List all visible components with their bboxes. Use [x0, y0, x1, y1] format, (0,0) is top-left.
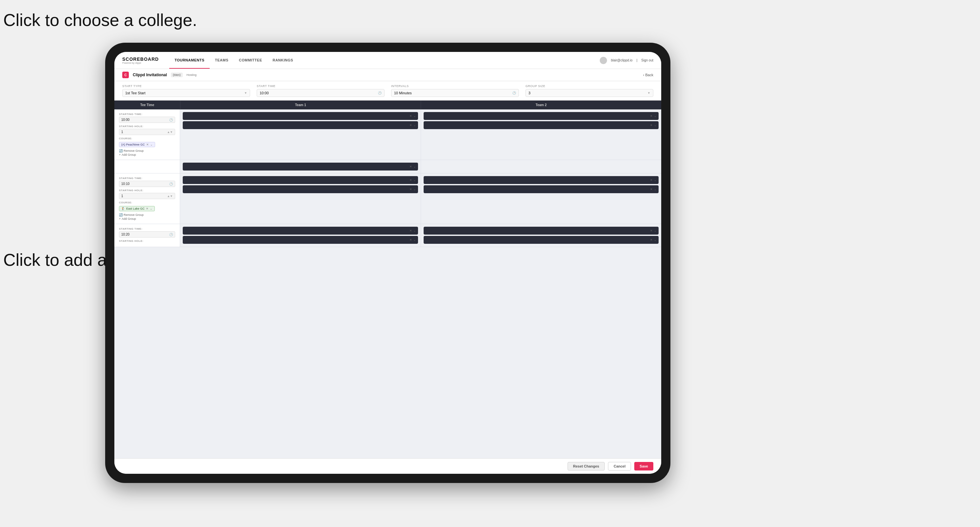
- nav-tab-committee[interactable]: COMMITTEE: [234, 52, 267, 69]
- player-slot[interactable]: ✕ ⌄: [424, 227, 659, 235]
- nav-tab-teams[interactable]: TEAMS: [210, 52, 234, 69]
- add-group-2[interactable]: + Add Group: [119, 217, 175, 221]
- content-area: Tee Time Team 1 Team 2 STARTING TIME: 10…: [115, 100, 661, 458]
- cancel-button[interactable]: Cancel: [608, 462, 631, 470]
- slot-arrow: ⌄: [414, 114, 416, 117]
- player-slot[interactable]: ✕ ⌄: [183, 163, 418, 170]
- tournament-icon: C: [122, 71, 129, 78]
- remove-group-1[interactable]: 🔄 Remove Group: [119, 149, 175, 152]
- start-type-select[interactable]: 1st Tee Start ▼: [122, 89, 250, 97]
- starting-hole-input-2[interactable]: 1 ▲▼: [119, 193, 175, 199]
- group-size-label: Group Size: [525, 84, 653, 88]
- save-button[interactable]: Save: [634, 462, 653, 470]
- group-size-group: Group Size 3 ▼: [525, 84, 653, 97]
- intervals-group: Intervals 10 Minutes 🕐: [391, 84, 519, 97]
- table-row: STARTING TIME: 10:10 🕐 STARTING HOLE: 1 …: [115, 173, 661, 224]
- course-row-1: ✕ ⌄: [115, 160, 661, 173]
- add-group-1[interactable]: + Add Group: [119, 153, 175, 156]
- slot-x[interactable]: ✕: [650, 178, 653, 182]
- starting-time-input-2[interactable]: 10:10 🕐: [119, 181, 175, 187]
- back-button[interactable]: ‹ Back: [643, 73, 653, 77]
- player-slot[interactable]: ✕ ⌄: [183, 112, 418, 120]
- group-size-select[interactable]: 3 ▼: [525, 89, 653, 97]
- sign-out-link[interactable]: Sign out: [641, 59, 653, 62]
- header-right: blair@clippd.io | Sign out: [600, 57, 653, 64]
- course-tag-2[interactable]: 🏌️ East Lake GC ✕ ⌄: [119, 206, 155, 211]
- player-slot[interactable]: ✕ ⌄: [183, 236, 418, 244]
- slot-arrow: ⌄: [654, 114, 657, 117]
- starting-time-label-2: STARTING TIME:: [119, 177, 175, 180]
- player-slot[interactable]: ✕ ⌄: [183, 227, 418, 235]
- starting-time-label-3: STARTING TIME:: [119, 227, 175, 230]
- player-slot[interactable]: ✕ ⌄: [424, 185, 659, 193]
- group-teams-2: ✕ ⌄ ✕ ⌄ ✕ ⌄: [180, 173, 661, 224]
- nav-tab-rankings[interactable]: RANKINGS: [267, 52, 298, 69]
- form-row: Start Type 1st Tee Start ▼ Start Time 10…: [115, 81, 661, 100]
- slot-x[interactable]: ✕: [650, 124, 653, 127]
- team2-cell-2: ✕ ⌄ ✕ ⌄: [421, 173, 662, 224]
- slot-x[interactable]: ✕: [650, 238, 653, 241]
- slot-x[interactable]: ✕: [409, 114, 412, 117]
- starting-hole-label-3: STARTING HOLE:: [119, 240, 175, 243]
- table-row: STARTING TIME: 10:20 🕐 STARTING HOLE: ✕ …: [115, 224, 661, 247]
- group-size-arrow: ▼: [648, 91, 651, 95]
- start-type-group: Start Type 1st Tee Start ▼: [122, 84, 250, 97]
- slot-x[interactable]: ✕: [409, 238, 412, 241]
- slot-arrow: ⌄: [654, 124, 657, 127]
- app-header: SCOREBOARD Powered by clippd TOURNAMENTS…: [115, 52, 661, 69]
- team1-cell-3: ✕ ⌄ ✕ ⌄: [180, 224, 421, 247]
- intervals-select[interactable]: 10 Minutes 🕐: [391, 89, 519, 97]
- slot-arrow: ⌄: [414, 124, 416, 127]
- time-icon: 🕐: [378, 91, 382, 95]
- col-tee-time: Tee Time: [115, 100, 180, 110]
- reset-changes-button[interactable]: Reset Changes: [568, 462, 605, 470]
- group-left-1: STARTING TIME: 10:00 🕐 STARTING HOLE: 1 …: [115, 110, 180, 160]
- annotation-choose-college: Click to choose a college.: [3, 10, 197, 30]
- starting-hole-input-1[interactable]: 1 ▲▼: [119, 129, 175, 135]
- player-slot[interactable]: ✕ ⌄: [424, 176, 659, 184]
- player-slot[interactable]: ✕ ⌄: [424, 121, 659, 129]
- col-team1: Team 1: [180, 100, 421, 110]
- col-team2: Team 2: [421, 100, 661, 110]
- intervals-icon: 🕐: [512, 91, 516, 95]
- remove-group-2[interactable]: 🔄 Remove Group: [119, 213, 175, 216]
- course-team1-cell: ✕ ⌄: [180, 160, 421, 173]
- slot-x[interactable]: ✕: [409, 165, 412, 168]
- player-slot[interactable]: ✕ ⌄: [183, 176, 418, 184]
- group-left-3: STARTING TIME: 10:20 🕐 STARTING HOLE:: [115, 224, 180, 247]
- slot-x[interactable]: ✕: [409, 178, 412, 182]
- nav-tab-tournaments[interactable]: TOURNAMENTS: [169, 52, 210, 69]
- team2-cell-1: ✕ ⌄ ✕ ⌄: [421, 110, 662, 160]
- table-row: STARTING TIME: 10:00 🕐 STARTING HOLE: 1 …: [115, 110, 661, 160]
- slot-x[interactable]: ✕: [409, 124, 412, 127]
- slot-x[interactable]: ✕: [409, 187, 412, 191]
- player-slot[interactable]: ✕ ⌄: [424, 236, 659, 244]
- group-teams-1: ✕ ⌄ ✕ ⌄ ✕ ⌄: [180, 110, 661, 160]
- slot-x[interactable]: ✕: [650, 187, 653, 191]
- course-arrow-1: ⌄: [150, 143, 153, 146]
- player-slot[interactable]: ✕ ⌄: [183, 185, 418, 193]
- starting-time-label-1: STARTING TIME:: [119, 113, 175, 116]
- table-header: Tee Time Team 1 Team 2: [115, 100, 661, 110]
- player-slot[interactable]: ✕ ⌄: [183, 121, 418, 129]
- start-time-input[interactable]: 10:00 🕐: [257, 89, 385, 97]
- starting-hole-label-2: STARTING HOLE:: [119, 189, 175, 192]
- starting-time-input-1[interactable]: 10:00 🕐: [119, 117, 175, 123]
- course-tag-1[interactable]: (A) Peachtree GC ✕ ⌄: [119, 142, 155, 147]
- remove-course-1[interactable]: ✕: [146, 143, 149, 146]
- brand-title: SCOREBOARD: [122, 57, 159, 62]
- dropdown-arrow: ▼: [244, 91, 247, 95]
- separator: |: [636, 59, 638, 62]
- remove-course-2[interactable]: ✕: [146, 207, 148, 210]
- tablet-frame: SCOREBOARD Powered by clippd TOURNAMENTS…: [105, 43, 670, 483]
- slot-x[interactable]: ✕: [650, 229, 653, 232]
- group-teams-3: ✕ ⌄ ✕ ⌄ ✕ ⌄: [180, 224, 661, 247]
- player-slot[interactable]: ✕ ⌄: [424, 112, 659, 120]
- course-team2-cell: [421, 160, 662, 173]
- starting-time-input-3[interactable]: 10:20 🕐: [119, 231, 175, 238]
- sub-header: C Clippd Invitational (Men) Hosting ‹ Ba…: [115, 69, 661, 81]
- course-label-1: COURSE:: [119, 137, 175, 140]
- slot-x[interactable]: ✕: [650, 114, 653, 117]
- slot-x[interactable]: ✕: [409, 229, 412, 232]
- gender-badge: (Men): [171, 73, 183, 77]
